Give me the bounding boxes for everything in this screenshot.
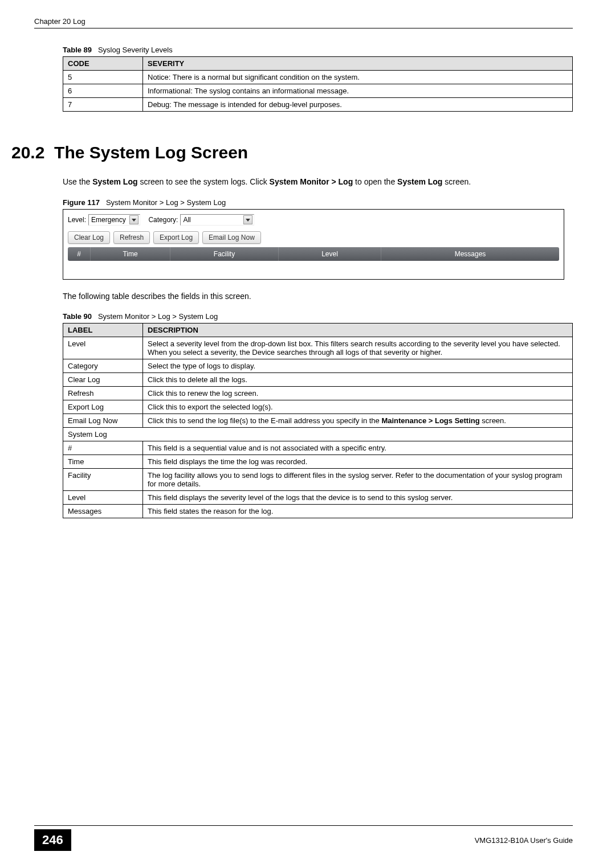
- t90-label: Time: [63, 455, 143, 469]
- col-facility: Facility: [170, 247, 279, 261]
- table90-head-label: LABEL: [63, 324, 143, 337]
- log-table-header: # Time Facility Level Messages: [68, 247, 559, 261]
- figure-caption-text: System Monitor > Log > System Log: [106, 198, 226, 207]
- t90-desc: This field states the reason for the log…: [143, 505, 573, 518]
- email-log-now-button[interactable]: Email Log Now: [202, 231, 261, 244]
- refresh-button[interactable]: Refresh: [113, 231, 150, 244]
- log-table-empty: [68, 261, 559, 275]
- table-row: Clear Log Click this to delete all the l…: [63, 373, 573, 387]
- table-row: Refresh Click this to renew the log scre…: [63, 387, 573, 400]
- level-select-value: Emergency: [91, 216, 126, 224]
- section-para1: Use the System Log screen to see the sys…: [63, 177, 573, 188]
- section-heading: 20.2 The System Log Screen: [11, 143, 573, 162]
- category-select-value: All: [183, 216, 190, 224]
- table-row: Time This field displays the time the lo…: [63, 455, 573, 469]
- table90-caption-label: Table 90: [63, 312, 92, 321]
- table-row: Messages This field states the reason fo…: [63, 505, 573, 518]
- table-row-span: System Log: [63, 428, 573, 441]
- section-title: The System Log Screen: [54, 143, 248, 162]
- table89-severity: Debug: The message is intended for debug…: [143, 98, 573, 112]
- col-messages: Messages: [381, 247, 559, 261]
- table89-severity: Notice: There is a normal but significan…: [143, 71, 573, 84]
- table89-head-code: CODE: [63, 57, 143, 71]
- table89-caption-text: Syslog Severity Levels: [98, 46, 173, 54]
- col-time: Time: [91, 247, 170, 261]
- t90-label: Category: [63, 359, 143, 373]
- table-row: Export Log Click this to export the sele…: [63, 400, 573, 414]
- table89-head-severity: SEVERITY: [143, 57, 573, 71]
- col-level: Level: [279, 247, 381, 261]
- table-row: Level Select a severity level from the d…: [63, 337, 573, 359]
- t90-desc: The log facility allows you to send logs…: [143, 469, 573, 491]
- chevron-down-icon: [243, 215, 252, 224]
- level-select[interactable]: Emergency: [88, 214, 140, 226]
- t90-desc: This field displays the time the log was…: [143, 455, 573, 469]
- table89-code: 6: [63, 84, 143, 98]
- t90-label: Email Log Now: [63, 414, 143, 428]
- t90-label: Facility: [63, 469, 143, 491]
- t90-label: Level: [63, 491, 143, 505]
- level-label: Level:: [68, 216, 86, 224]
- figure-caption: Figure 117 System Monitor > Log > System…: [63, 198, 573, 207]
- t90-label: Export Log: [63, 400, 143, 414]
- t90-label: Level: [63, 337, 143, 359]
- t90-desc: Select the type of logs to display.: [143, 359, 573, 373]
- t90-desc: Click this to send the log file(s) to th…: [143, 414, 573, 428]
- t90-desc: This field is a sequential value and is …: [143, 441, 573, 455]
- table89-caption-label: Table 89: [63, 46, 92, 54]
- t90-desc: Click this to export the selected log(s)…: [143, 400, 573, 414]
- col-hash: #: [68, 247, 91, 261]
- guide-name: VMG1312-B10A User's Guide: [475, 836, 573, 845]
- table-row: Email Log Now Click this to send the log…: [63, 414, 573, 428]
- t90-label: Messages: [63, 505, 143, 518]
- table-row: # This field is a sequential value and i…: [63, 441, 573, 455]
- section-number: 20.2: [11, 143, 44, 162]
- t90-label: Refresh: [63, 387, 143, 400]
- t90-desc: Click this to delete all the logs.: [143, 373, 573, 387]
- chapter-label: Chapter 20 Log: [34, 17, 85, 26]
- table-row: 6 Informational: The syslog contains an …: [63, 84, 573, 98]
- t90-desc: Select a severity level from the drop-do…: [143, 337, 573, 359]
- category-select[interactable]: All: [180, 214, 254, 226]
- table89-code: 5: [63, 71, 143, 84]
- t90-desc: Click this to renew the log screen.: [143, 387, 573, 400]
- page-number: 246: [34, 829, 71, 851]
- footer-rule: [34, 825, 573, 826]
- table89-code: 7: [63, 98, 143, 112]
- table-row: Category Select the type of logs to disp…: [63, 359, 573, 373]
- table89: CODE SEVERITY 5 Notice: There is a norma…: [63, 56, 573, 112]
- t90-label: Clear Log: [63, 373, 143, 387]
- table89-caption: Table 89 Syslog Severity Levels: [63, 46, 573, 54]
- t90-desc: This field displays the severity level o…: [143, 491, 573, 505]
- table-row: Facility The log facility allows you to …: [63, 469, 573, 491]
- table90-caption-text: System Monitor > Log > System Log: [98, 312, 218, 321]
- figure-caption-label: Figure 117: [63, 198, 100, 207]
- table89-severity: Informational: The syslog contains an in…: [143, 84, 573, 98]
- para2: The following table describes the fields…: [63, 291, 573, 302]
- t90-span: System Log: [63, 428, 573, 441]
- chevron-down-icon: [129, 215, 138, 224]
- category-label: Category:: [148, 216, 178, 224]
- footer: 246 VMG1312-B10A User's Guide: [34, 825, 573, 851]
- table90-caption: Table 90 System Monitor > Log > System L…: [63, 312, 573, 321]
- t90-label: #: [63, 441, 143, 455]
- header-rule: [34, 28, 573, 28]
- table-row: 5 Notice: There is a normal but signific…: [63, 71, 573, 84]
- table-row: 7 Debug: The message is intended for deb…: [63, 98, 573, 112]
- table90: LABEL DESCRIPTION Level Select a severit…: [63, 323, 573, 518]
- figure-box: Level: Emergency Category: All Clear Log…: [63, 209, 564, 280]
- export-log-button[interactable]: Export Log: [153, 231, 199, 244]
- table90-head-desc: DESCRIPTION: [143, 324, 573, 337]
- table-row: Level This field displays the severity l…: [63, 491, 573, 505]
- clear-log-button[interactable]: Clear Log: [68, 231, 110, 244]
